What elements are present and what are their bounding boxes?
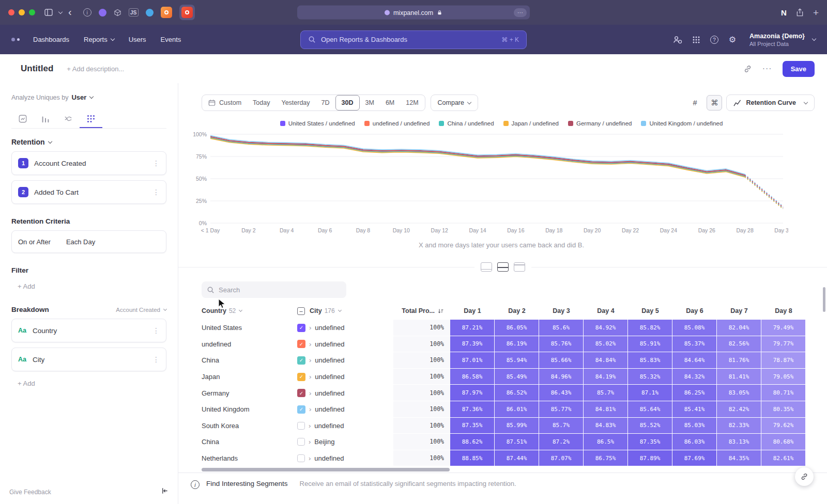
retention-section-toggle[interactable]: Retention (11, 138, 166, 146)
retention-value-cell[interactable]: 85.49% (495, 369, 539, 385)
expand-row-chevron[interactable]: › (309, 340, 311, 348)
close-window-button[interactable] (8, 9, 14, 15)
row-checkbox[interactable]: ✓ (297, 373, 305, 381)
retention-value-cell[interactable]: 83.13% (717, 434, 761, 450)
retention-step-2[interactable]: 2 Added To Cart ⋮ (11, 180, 166, 204)
kebab-menu-icon[interactable]: ⋮ (152, 326, 160, 335)
shortcut-toggle[interactable]: ⌘ (707, 95, 722, 111)
legend-item[interactable]: United States / undefined (280, 120, 355, 127)
retention-value-cell[interactable]: 86.01% (495, 401, 539, 418)
column-header-day[interactable]: Day 2 (495, 307, 539, 314)
expand-row-chevron[interactable]: › (309, 389, 311, 397)
legend-item[interactable]: Germany / undefined (568, 120, 632, 127)
chart-type-select[interactable]: Retention Curve (726, 94, 815, 111)
row-checkbox[interactable]: ✓ (297, 405, 305, 414)
column-header-total[interactable]: Total Pro... (393, 307, 450, 314)
analyze-entity-select[interactable]: User (68, 93, 93, 101)
retention-value-cell[interactable]: 87.1% (628, 385, 672, 401)
expand-row-chevron[interactable]: › (309, 373, 311, 381)
retention-value-cell[interactable]: 87.51% (495, 434, 539, 450)
retention-value-cell[interactable]: 84.92% (584, 320, 628, 336)
split-layout-icon[interactable] (497, 262, 509, 272)
absolute-numbers-toggle[interactable]: # (687, 95, 702, 111)
vertical-scrollbar[interactable] (823, 287, 825, 312)
tab-blue-icon[interactable] (146, 9, 154, 17)
column-header-day[interactable]: Day 8 (761, 307, 806, 314)
expand-row-chevron[interactable]: › (309, 356, 311, 364)
retention-value-cell[interactable]: 87.44% (495, 450, 539, 467)
retention-value-cell[interactable]: 83.05% (717, 385, 761, 401)
more-options-button[interactable]: ··· (762, 64, 772, 73)
tab-js-icon[interactable]: JS (129, 8, 139, 17)
retention-value-cell[interactable]: 78.87% (761, 352, 806, 369)
retention-value-cell[interactable]: 82.42% (717, 401, 761, 418)
kebab-menu-icon[interactable]: ⋮ (152, 159, 160, 167)
report-title[interactable]: Untitled (21, 64, 53, 74)
extensions-menu-icon[interactable]: ⋯ (514, 8, 527, 17)
row-checkbox[interactable] (297, 454, 305, 462)
column-header-city[interactable]: – City 176 (297, 307, 393, 315)
retention-value-cell[interactable]: 84.35% (717, 450, 761, 467)
project-selector[interactable]: Amazonia {Demo} All Project Data (749, 33, 816, 47)
column-header-day[interactable]: Day 1 (450, 307, 495, 314)
kebab-menu-icon[interactable]: ⋮ (152, 355, 160, 364)
tab-orange-app-icon[interactable] (161, 7, 172, 18)
retention-value-cell[interactable]: 87.2% (539, 434, 584, 450)
expand-row-chevron[interactable]: › (309, 438, 311, 446)
retention-value-cell[interactable]: 87.21% (450, 320, 495, 336)
date-range-12m[interactable]: 12M (400, 95, 424, 111)
global-search[interactable]: Open Reports & Dashboards ⌘ + K (300, 30, 527, 49)
retention-value-cell[interactable]: 86.05% (495, 320, 539, 336)
notion-extension-icon[interactable]: N (781, 8, 787, 17)
retention-value-cell[interactable]: 85.6% (539, 320, 584, 336)
column-header-day[interactable]: Day 6 (672, 307, 717, 314)
column-header-day[interactable]: Day 5 (628, 307, 672, 314)
expand-row-chevron[interactable]: › (309, 405, 311, 413)
retention-value-cell[interactable]: 84.19% (584, 369, 628, 385)
retention-value-cell[interactable]: 87.35% (450, 418, 495, 434)
date-range-custom[interactable]: Custom (203, 95, 247, 111)
retention-value-cell[interactable]: 85.7% (539, 418, 584, 434)
help-icon[interactable]: ? (710, 36, 718, 44)
retention-value-cell[interactable]: 86.75% (584, 450, 628, 467)
retention-value-cell[interactable]: 87.07% (539, 450, 584, 467)
retention-value-cell[interactable]: 85.82% (628, 320, 672, 336)
date-range-30d[interactable]: 30D (335, 95, 360, 111)
retention-step-1[interactable]: 1 Account Created ⋮ (11, 151, 166, 175)
retention-value-cell[interactable]: 86.5% (584, 434, 628, 450)
column-header-day[interactable]: Day 3 (539, 307, 584, 314)
retention-value-cell[interactable]: 85.77% (539, 401, 584, 418)
give-feedback-link[interactable]: Give Feedback (9, 489, 51, 496)
retention-value-cell[interactable]: 87.97% (450, 385, 495, 401)
retention-value-cell[interactable]: 86.43% (539, 385, 584, 401)
tab-insights-icon[interactable] (11, 109, 34, 128)
mixpanel-logo[interactable] (11, 38, 20, 41)
retention-value-cell[interactable]: 85.52% (628, 418, 672, 434)
column-header-country[interactable]: Country 52 (202, 307, 297, 314)
retention-value-cell[interactable]: 84.84% (584, 352, 628, 369)
retention-value-cell[interactable]: 80.68% (761, 434, 806, 450)
row-checkbox[interactable]: ✓ (297, 356, 305, 365)
select-all-checkbox[interactable]: – (297, 307, 305, 315)
nav-users[interactable]: Users (129, 36, 146, 43)
retention-value-cell[interactable]: 87.69% (672, 450, 717, 467)
retention-value-cell[interactable]: 85.02% (584, 336, 628, 353)
horizontal-scrollbar[interactable] (202, 468, 450, 471)
zoom-window-button[interactable] (29, 9, 35, 15)
retention-value-cell[interactable]: 85.64% (628, 401, 672, 418)
chevron-down-icon[interactable] (59, 10, 62, 14)
retention-value-cell[interactable]: 82.56% (717, 336, 761, 353)
tab-purple-icon[interactable] (99, 9, 106, 17)
tab-retention-icon[interactable] (80, 109, 102, 128)
retention-criteria-card[interactable]: On or After Each Day (11, 230, 166, 253)
retention-value-cell[interactable]: 88.62% (450, 434, 495, 450)
column-header-day[interactable]: Day 7 (717, 307, 761, 314)
legend-item[interactable]: China / undefined (439, 120, 494, 127)
legend-item[interactable]: Japan / undefined (503, 120, 559, 127)
retention-value-cell[interactable]: 79.49% (761, 320, 806, 336)
sidebar-toggle-icon[interactable] (44, 9, 53, 16)
collapse-sidebar-icon[interactable] (161, 487, 169, 497)
retention-value-cell[interactable]: 85.66% (539, 352, 584, 369)
retention-value-cell[interactable]: 88.85% (450, 450, 495, 467)
retention-value-cell[interactable]: 79.77% (761, 336, 806, 353)
